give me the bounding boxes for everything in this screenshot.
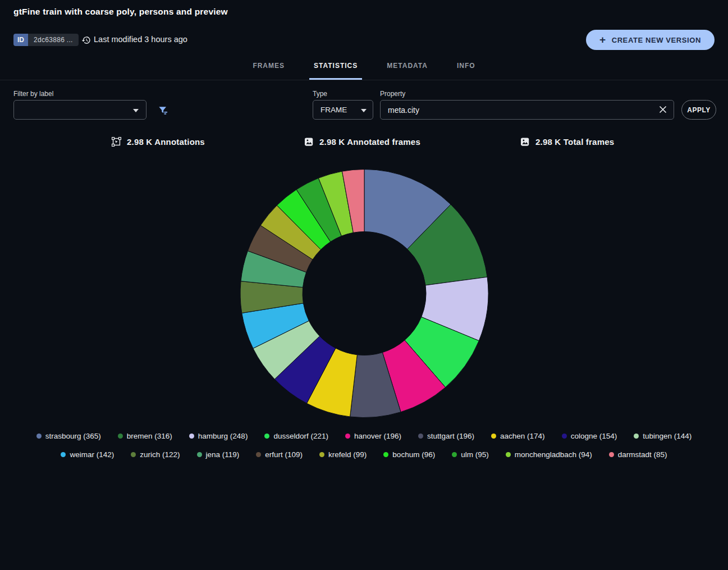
stat-label: Annotated frames: [347, 137, 420, 147]
legend-item-monchengladbach[interactable]: monchengladbach (94): [506, 450, 592, 459]
type-label: Type: [313, 90, 327, 98]
clear-icon[interactable]: [658, 105, 667, 114]
legend-label: bochum (96): [392, 450, 435, 459]
chart-legend-row-1: strasbourg (365)bremen (316)hamburg (248…: [0, 432, 728, 440]
legend-item-strasbourg[interactable]: strasbourg (365): [36, 432, 101, 440]
tab-bar: FRAMESSTATISTICSMETADATAINFO: [0, 58, 728, 80]
legend-dot: [36, 434, 42, 439]
dataset-id-badge[interactable]: ID 2dc63886 ...: [13, 34, 79, 46]
create-new-version-button[interactable]: + CREATE NEW VERSION: [586, 30, 715, 50]
legend-label: darmstadt (85): [618, 450, 667, 459]
legend-item-jena[interactable]: jena (119): [197, 450, 240, 459]
legend-dot: [345, 434, 350, 439]
annotation-icon: [111, 136, 122, 147]
legend-dot: [609, 452, 614, 457]
legend-dot: [118, 434, 123, 439]
legend-dot: [197, 452, 202, 457]
last-modified-text: Last modified 3 hours ago: [94, 35, 187, 44]
legend-item-zurich[interactable]: zurich (122): [131, 450, 180, 459]
chevron-down-icon: [133, 109, 139, 112]
legend-label: zurich (122): [140, 450, 180, 459]
legend-item-darmstadt[interactable]: darmstadt (85): [609, 450, 667, 459]
image-icon: [520, 136, 530, 147]
legend-label: jena (119): [206, 450, 240, 459]
image-icon: [304, 136, 314, 147]
tab-info[interactable]: INFO: [452, 58, 480, 80]
legend-item-hanover[interactable]: hanover (196): [345, 432, 401, 440]
type-select-value: FRAME: [320, 106, 347, 114]
tab-frames[interactable]: FRAMES: [248, 58, 289, 80]
legend-item-krefeld[interactable]: krefeld (99): [319, 450, 367, 459]
legend-dot: [189, 434, 194, 439]
legend-item-weimar[interactable]: weimar (142): [61, 450, 114, 459]
legend-dot: [383, 452, 388, 457]
legend-label: strasbourg (365): [45, 432, 101, 440]
legend-item-ulm[interactable]: ulm (95): [452, 450, 489, 459]
legend-label: krefeld (99): [328, 450, 367, 459]
legend-dot: [256, 452, 261, 457]
stat-annotated-frames: 2.98 K Annotated frames: [304, 136, 420, 147]
page-title: gtFine train with coarse poly, persons a…: [13, 7, 228, 17]
legend-dot: [264, 434, 269, 439]
stat-total-frames: 2.98 K Total frames: [520, 136, 614, 147]
apply-button[interactable]: APPLY: [681, 100, 716, 120]
legend-item-cologne[interactable]: cologne (154): [562, 432, 617, 440]
filter-icon[interactable]: [158, 105, 168, 116]
history-icon: [81, 35, 91, 45]
tab-divider: [0, 80, 728, 80]
legend-item-erfurt[interactable]: erfurt (109): [256, 450, 303, 459]
create-new-version-label: CREATE NEW VERSION: [612, 36, 701, 44]
legend-label: stuttgart (196): [427, 432, 474, 440]
legend-label: hanover (196): [354, 432, 401, 440]
legend-dot: [506, 452, 511, 457]
legend-item-dusseldorf[interactable]: dusseldorf (221): [264, 432, 328, 440]
tab-statistics[interactable]: STATISTICS: [309, 58, 362, 80]
legend-label: hamburg (248): [198, 432, 248, 440]
stat-value: 2.98 K: [319, 137, 345, 147]
legend-dot: [131, 452, 136, 457]
stat-value: 2.98 K: [127, 137, 152, 147]
city-distribution-donut-chart: [235, 164, 493, 422]
property-label: Property: [380, 90, 405, 98]
chevron-down-icon: [361, 109, 367, 112]
legend-label: cologne (154): [571, 432, 617, 440]
plus-icon: +: [599, 34, 606, 45]
legend-item-bremen[interactable]: bremen (316): [118, 432, 172, 440]
legend-item-stuttgart[interactable]: stuttgart (196): [418, 432, 474, 440]
property-input[interactable]: [380, 100, 674, 120]
legend-label: monchengladbach (94): [515, 450, 592, 459]
legend-label: bremen (316): [127, 432, 172, 440]
legend-item-hamburg[interactable]: hamburg (248): [189, 432, 248, 440]
legend-label: aachen (174): [500, 432, 545, 440]
stat-value: 2.98 K: [535, 137, 561, 147]
legend-label: weimar (142): [70, 450, 114, 459]
legend-dot: [452, 452, 457, 457]
label-filter-label: Filter by label: [13, 90, 53, 98]
legend-dot: [562, 434, 567, 439]
legend-dot: [491, 434, 496, 439]
type-select[interactable]: FRAME: [313, 100, 373, 120]
stat-label: Annotations: [154, 137, 205, 147]
label-filter-select[interactable]: [13, 100, 146, 120]
legend-label: tubingen (144): [643, 432, 692, 440]
legend-item-bochum[interactable]: bochum (96): [383, 450, 435, 459]
chart-legend-row-2: weimar (142)zurich (122)jena (119)erfurt…: [0, 450, 728, 459]
legend-dot: [319, 452, 324, 457]
stat-label: Total frames: [564, 137, 614, 147]
legend-label: erfurt (109): [265, 450, 303, 459]
id-badge-label: ID: [13, 34, 28, 46]
stat-annotations: 2.98 K Annotations: [111, 136, 205, 147]
legend-item-aachen[interactable]: aachen (174): [491, 432, 545, 440]
dataset-statistics-page: gtFine train with coarse poly, persons a…: [0, 0, 728, 570]
legend-label: ulm (95): [461, 450, 489, 459]
tab-metadata[interactable]: METADATA: [382, 58, 432, 80]
legend-item-tubingen[interactable]: tubingen (144): [634, 432, 692, 440]
legend-dot: [418, 434, 423, 439]
id-badge-value: 2dc63886 ...: [28, 34, 79, 46]
legend-dot: [634, 434, 639, 439]
legend-dot: [61, 452, 66, 457]
legend-label: dusseldorf (221): [273, 432, 328, 440]
